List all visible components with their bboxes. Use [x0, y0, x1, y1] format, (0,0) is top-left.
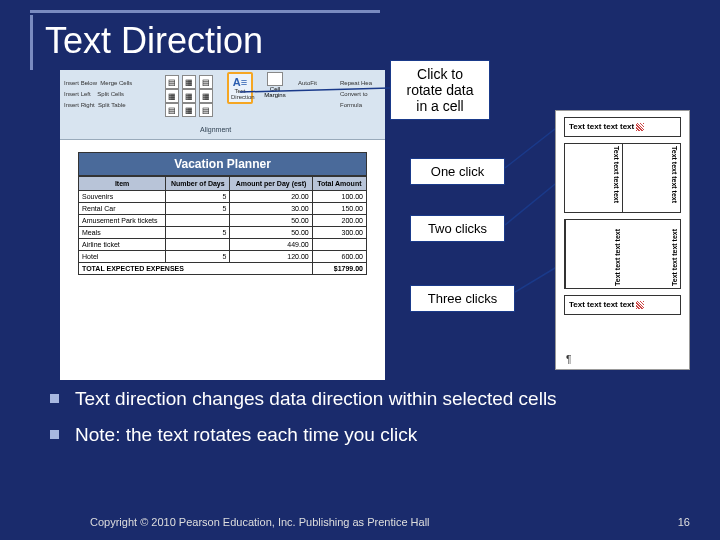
alignment-group-label: Alignment [200, 126, 231, 133]
sample-horizontal-2: Text text text text [564, 295, 681, 315]
callout-rotate: Click to rotate data in a cell [390, 60, 490, 120]
ribbon-left-group: Insert Below Merge Cells Insert Left Spl… [64, 78, 132, 111]
page-number: 16 [678, 516, 690, 528]
callout-three-clicks: Three clicks [410, 285, 515, 312]
alignment-grid: ▤▦▤ ▦▦▦ ▤▦▤ [165, 75, 213, 117]
bullet-text-1: Text direction changes data direction wi… [75, 386, 557, 412]
svg-line-2 [505, 180, 560, 225]
sample-horizontal: Text text text text [564, 117, 681, 137]
pilcrow-icon: ¶ [566, 354, 571, 365]
text-direction-icon: A≡ [231, 76, 249, 88]
planner-table: ItemNumber of DaysAmount per Day (est)To… [78, 176, 367, 275]
bullet-text-2: Note: the text rotates each time you cli… [75, 422, 417, 448]
sample-vertical-down: Text text text textText text text text [564, 143, 681, 213]
cell-margins-button[interactable]: Cell Margins [260, 72, 290, 98]
copyright-text: Copyright © 2010 Pearson Education, Inc.… [90, 516, 430, 528]
title-block: Text Direction [0, 0, 720, 70]
ribbon-data-group: Repeat Hea Convert to Formula [340, 78, 372, 111]
ribbon: Insert Below Merge Cells Insert Left Spl… [60, 70, 385, 140]
bullet-icon [50, 430, 59, 439]
svg-line-3 [515, 265, 560, 292]
sample-vertical-up: Text text text textText text text text [564, 219, 681, 289]
bullet-icon [50, 394, 59, 403]
footer: Copyright © 2010 Pearson Education, Inc.… [90, 516, 690, 528]
word-screenshot: Insert Below Merge Cells Insert Left Spl… [60, 70, 385, 380]
autofit-button[interactable]: AutoFit [298, 78, 317, 89]
planner-title: Vacation Planner [78, 152, 367, 176]
bullet-list: Text direction changes data direction wi… [50, 386, 690, 458]
document-area: Vacation Planner ItemNumber of DaysAmoun… [60, 140, 385, 287]
slide-title: Text Direction [45, 20, 720, 62]
text-direction-button[interactable]: A≡ Text Direction [227, 72, 253, 104]
text-direction-samples: Text text text text Text text text textT… [555, 110, 690, 370]
svg-line-1 [505, 125, 560, 168]
callout-one-click: One click [410, 158, 505, 185]
callout-two-clicks: Two clicks [410, 215, 505, 242]
